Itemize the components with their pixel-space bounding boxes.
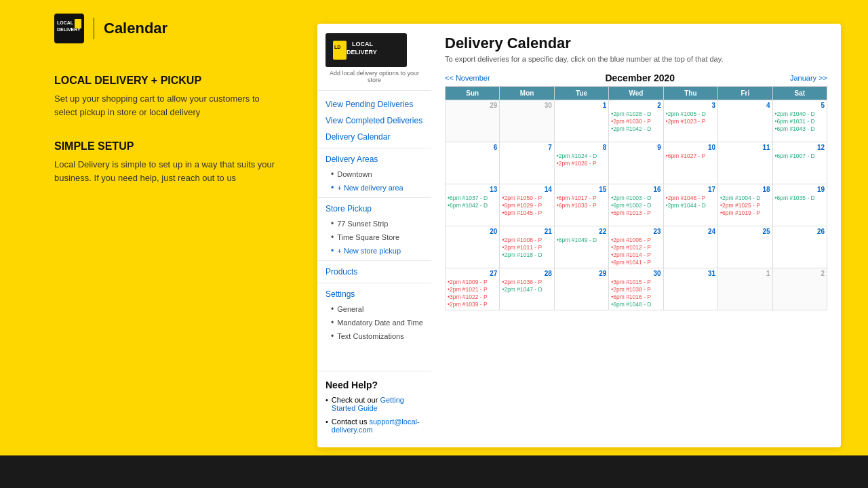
cal-day-number[interactable]: 13 (448, 186, 497, 193)
need-help-item-2: Contact us support@local-delivery.com (326, 418, 423, 434)
calendar-day: 15•6pm #1017 - P•6pm #1033 - P (554, 184, 608, 226)
calendar-day: 9 (609, 142, 663, 184)
cal-day-number[interactable]: 23 (611, 228, 660, 235)
logo-divider (94, 18, 94, 39)
cal-day-number[interactable]: 18 (720, 186, 770, 193)
cal-event: •6pm #1037 - D (448, 195, 497, 201)
calendar-week-4: 27•2pm #1009 - P•2pm #1021 - P•3pm #1022… (446, 268, 827, 310)
cal-day-number[interactable]: 27 (448, 270, 497, 277)
calendar-title: Delivery Calendar (445, 35, 827, 52)
sidebar-link-products[interactable]: Products (317, 264, 431, 280)
sidebar-sub-general[interactable]: General (317, 302, 431, 316)
sidebar-sub-downtown[interactable]: Downtown (317, 167, 431, 181)
calendar-day: 14•2pm #1050 - P•6pm #1029 - P•6pm #1045… (500, 184, 554, 226)
sidebar-sub-text-custom[interactable]: Text Customizations (317, 329, 431, 343)
cal-event: •6pm #1002 - D (611, 202, 660, 209)
cal-event: •2pm #1046 - P (666, 195, 715, 201)
calendar-table: Sun Mon Tue Wed Thu Fri Sat 293012•2pm #… (445, 86, 827, 310)
sidebar-sub-mandatory[interactable]: Mandatory Date and Time (317, 316, 431, 329)
header: LOCAL DELIVERY Calendar (54, 14, 167, 43)
cal-day-number[interactable]: 15 (557, 186, 606, 193)
calendar-header-row: Sun Mon Tue Wed Thu Fri Sat (446, 87, 827, 100)
cal-day-number[interactable]: 30 (611, 270, 660, 277)
cal-day-number[interactable]: 19 (775, 186, 825, 193)
cal-day-number[interactable]: 31 (666, 270, 715, 277)
cal-day-number[interactable]: 29 (448, 102, 497, 109)
cal-day-number[interactable]: 26 (775, 228, 825, 235)
cal-day-number[interactable]: 2 (611, 102, 660, 109)
cal-day-number[interactable]: 11 (720, 144, 770, 151)
cal-header-wed: Wed (609, 87, 663, 100)
cal-day-number[interactable]: 2 (775, 270, 825, 277)
sidebar-store-pickup-header[interactable]: Store Pickup (317, 201, 431, 217)
sidebar-sub-new-store[interactable]: + New store pickup (317, 244, 431, 258)
next-month-button[interactable]: January >> (790, 74, 827, 82)
cal-day-number[interactable]: 22 (557, 228, 606, 235)
cal-event: •3pm #1022 - P (448, 293, 497, 300)
cal-event: •2pm #1006 - P (611, 237, 660, 243)
sidebar-divider-1 (317, 148, 431, 148)
cal-day-number[interactable]: 16 (611, 186, 660, 193)
cal-day-number[interactable]: 29 (557, 270, 606, 277)
cal-day-number[interactable]: 30 (502, 102, 551, 109)
getting-started-link[interactable]: Getting Started Guide (332, 396, 404, 412)
cal-day-number[interactable]: 1 (720, 270, 770, 277)
calendar-day: 29 (554, 268, 608, 310)
cal-day-number[interactable]: 12 (775, 144, 825, 151)
cal-event: •6pm #1033 - P (557, 202, 606, 209)
cal-event: •2pm #1021 - P (448, 286, 497, 293)
sidebar-settings-header[interactable]: Settings (317, 286, 431, 302)
left-section-1: LOCAL DELIVERY + PICKUP Set up your shop… (54, 75, 285, 119)
sidebar-divider-4 (317, 283, 431, 283)
svg-text:LOCAL: LOCAL (57, 20, 74, 25)
cal-day-number[interactable]: 5 (775, 102, 825, 109)
cal-day-number[interactable]: 17 (666, 186, 715, 193)
need-help-section: Need Help? Check out our Getting Started… (317, 371, 431, 447)
need-help-text-2: Contact us support@local-delivery.com (332, 418, 423, 434)
support-email-link[interactable]: support@local-delivery.com (332, 418, 420, 434)
sidebar-sub-timesquare[interactable]: Time Square Store (317, 230, 431, 244)
sidebar-link-calendar[interactable]: Delivery Calendar (317, 129, 431, 145)
cal-day-number[interactable]: 7 (502, 144, 551, 151)
cal-day-number[interactable]: 14 (502, 186, 551, 193)
calendar-day: 26 (772, 226, 827, 268)
sidebar-delivery-areas-header[interactable]: Delivery Areas (317, 151, 431, 167)
calendar-day: 27•2pm #1009 - P•2pm #1021 - P•3pm #1022… (446, 268, 500, 310)
cal-day-number[interactable]: 25 (720, 228, 770, 235)
cal-event: •6pm #1007 - D (775, 152, 825, 159)
need-help-text-1: Check out our Getting Started Guide (332, 396, 423, 412)
cal-day-number[interactable]: 20 (448, 228, 497, 235)
cal-day-number[interactable]: 21 (502, 228, 551, 235)
cal-day-number[interactable]: 3 (666, 102, 715, 109)
cal-event: •2pm #1023 - P (666, 118, 715, 125)
cal-day-number[interactable]: 8 (557, 144, 606, 151)
sidebar-sub-sunset[interactable]: 77 Sunset Strip (317, 217, 431, 230)
svg-text:DELIVERY: DELIVERY (347, 49, 377, 56)
sidebar-link-completed[interactable]: View Completed Deliveries (317, 113, 431, 129)
calendar-day: 3•2pm #1005 - D•2pm #1023 - P (663, 100, 717, 142)
cal-header-sun: Sun (446, 87, 500, 100)
sidebar-navigation: View Pending Deliveries View Completed D… (317, 91, 431, 348)
calendar-nav-row: << November December 2020 January >> (445, 73, 827, 83)
calendar-week-0: 293012•2pm #1028 - D•2pm #1030 - P•2pm #… (446, 100, 827, 142)
cal-day-number[interactable]: 28 (502, 270, 551, 277)
cal-day-number[interactable]: 9 (611, 144, 660, 151)
cal-event: •6pm #1031 - D (775, 118, 825, 125)
cal-header-thu: Thu (663, 87, 717, 100)
calendar-day: 30 (500, 100, 554, 142)
prev-month-button[interactable]: << November (445, 74, 490, 82)
sidebar-link-pending[interactable]: View Pending Deliveries (317, 96, 431, 113)
cal-day-number[interactable]: 24 (666, 228, 715, 235)
cal-day-number[interactable]: 6 (448, 144, 497, 151)
sidebar-sub-new-delivery[interactable]: + New delivery area (317, 181, 431, 195)
calendar-day: 29 (446, 100, 500, 142)
calendar-day: 1 (718, 268, 772, 310)
cal-event: •2pm #1012 - P (611, 244, 660, 251)
cal-day-number[interactable]: 10 (666, 144, 715, 151)
cal-day-number[interactable]: 1 (557, 102, 606, 109)
cal-event: •6pm #1042 - D (448, 202, 497, 209)
cal-header-sat: Sat (772, 87, 827, 100)
cal-event: •2pm #1028 - D (611, 110, 660, 117)
cal-day-number[interactable]: 4 (720, 102, 770, 109)
calendar-week-2: 13•6pm #1037 - D•6pm #1042 - D14•2pm #10… (446, 184, 827, 226)
